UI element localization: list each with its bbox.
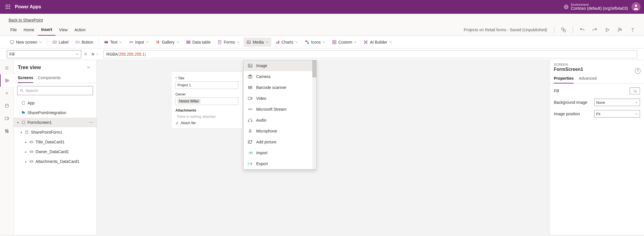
- chevron-right-icon[interactable]: ▸: [24, 150, 27, 153]
- button-button[interactable]: Button: [72, 38, 96, 47]
- svg-rect-67: [5, 79, 7, 80]
- close-icon[interactable]: [84, 63, 93, 72]
- label-button[interactable]: Label: [50, 38, 71, 47]
- app-launcher-icon[interactable]: [2, 0, 14, 14]
- media-item-add-picture[interactable]: Add picture: [244, 136, 316, 147]
- menu-action[interactable]: Action: [71, 24, 89, 36]
- fx-button[interactable]: fx: [90, 50, 100, 58]
- media-item-stream[interactable]: Microsoft Stream: [244, 104, 316, 115]
- media-item-audio[interactable]: Audio: [244, 115, 316, 126]
- icons-button[interactable]: Icons: [302, 38, 328, 47]
- form-icon: [25, 130, 29, 134]
- help-toggle-icon[interactable]: ?: [635, 68, 641, 74]
- chevron-down-icon[interactable]: ▾: [19, 131, 23, 134]
- new-screen-label: New screen: [16, 40, 37, 44]
- screen-icon: [10, 40, 14, 44]
- media-item-export[interactable]: Export: [244, 158, 316, 169]
- tree-search-input[interactable]: Search: [17, 86, 93, 95]
- rail-insert-icon[interactable]: [0, 87, 14, 100]
- data-table-button[interactable]: Data table: [183, 38, 214, 47]
- rail-media-icon[interactable]: [0, 112, 14, 125]
- gallery-button[interactable]: Gallery: [153, 38, 182, 47]
- formula-input[interactable]: RGBA(255, 255, 255, 1): [103, 50, 637, 58]
- redo-icon[interactable]: [590, 25, 599, 34]
- menu-file[interactable]: File: [7, 24, 20, 36]
- media-item-camera[interactable]: Camera: [244, 71, 316, 82]
- menu-bar: File Home Insert View Action Projects on…: [7, 24, 637, 36]
- title-field-input[interactable]: Project 1: [175, 81, 238, 89]
- media-item-microphone[interactable]: Microphone: [244, 126, 316, 136]
- tree-node-sharepoint-integration[interactable]: S SharePointIntegration: [14, 108, 96, 118]
- dropdown-scrollbar[interactable]: [312, 60, 316, 169]
- forms-button[interactable]: Forms: [215, 38, 243, 47]
- tree: App S SharePointIntegration ▾ FormScreen…: [14, 98, 96, 235]
- menu-view[interactable]: View: [56, 24, 71, 36]
- owner-field-input[interactable]: Nestor Wilke: [175, 97, 238, 105]
- tree-node-title-datacard[interactable]: ▸ Title_DataCard1: [14, 137, 96, 147]
- prop-image-position-label: Image position: [554, 112, 580, 116]
- undo-icon[interactable]: [578, 25, 587, 34]
- attachments-field-label: Attachments: [175, 108, 238, 112]
- properties-panel: ? SCREEN FormScreen1 Properties Advanced…: [550, 60, 644, 235]
- rail-data-icon[interactable]: [0, 100, 14, 112]
- svg-rect-101: [249, 75, 251, 76]
- tab-properties[interactable]: Properties: [554, 74, 574, 83]
- rail-tree-view-icon[interactable]: [0, 74, 14, 87]
- more-icon[interactable]: ⋯: [88, 120, 94, 125]
- svg-rect-3: [6, 6, 7, 7]
- chevron-down-icon[interactable]: ▾: [16, 121, 19, 124]
- tab-components[interactable]: Components: [38, 73, 60, 83]
- bg-image-select[interactable]: None: [594, 99, 640, 106]
- new-screen-button[interactable]: New screen: [7, 38, 45, 47]
- canvas[interactable]: *Title Project 1 Owner Nestor Wilke Atta…: [97, 60, 550, 235]
- svg-rect-82: [22, 102, 25, 105]
- image-position-select[interactable]: Fit: [594, 110, 640, 118]
- datacard-icon: [29, 159, 34, 164]
- svg-rect-73: [5, 117, 8, 120]
- svg-rect-45: [276, 42, 277, 44]
- user-avatar[interactable]: [631, 2, 641, 11]
- menu-insert[interactable]: Insert: [38, 24, 56, 36]
- tab-advanced[interactable]: Advanced: [579, 74, 596, 83]
- person-icon: [633, 3, 639, 10]
- text-button[interactable]: Abc Text: [101, 38, 125, 47]
- tree-view-title: Tree view: [18, 65, 41, 71]
- property-selector[interactable]: Fill: [7, 50, 81, 58]
- share-icon[interactable]: [615, 25, 625, 34]
- media-item-image[interactable]: Image: [244, 60, 316, 71]
- datacard-icon: [29, 140, 34, 144]
- input-button[interactable]: Input: [126, 38, 151, 47]
- menu-home[interactable]: Home: [20, 24, 38, 36]
- app-checker-icon[interactable]: [559, 25, 568, 34]
- rail-hamburger-icon[interactable]: [0, 62, 14, 74]
- help-icon[interactable]: [628, 25, 637, 34]
- chevron-right-icon[interactable]: ▸: [24, 141, 27, 144]
- chevron-down-icon: [76, 53, 79, 56]
- rail-advanced-tools-icon[interactable]: [0, 125, 14, 137]
- tree-node-formscreen[interactable]: ▾ FormScreen1 ⋯: [14, 118, 96, 127]
- tree-node-sharepointform[interactable]: ▾ SharePointForm1: [14, 127, 96, 137]
- tab-screens[interactable]: Screens: [18, 73, 33, 83]
- tree-node-owner-datacard[interactable]: ▸ Owner_DataCard1: [14, 147, 96, 157]
- tree-node-attachments-datacard[interactable]: ▸ Attachments_DataCard1: [14, 157, 96, 166]
- svg-rect-24: [76, 41, 79, 43]
- media-button[interactable]: Media: [244, 38, 271, 47]
- chevron-right-icon[interactable]: ▸: [24, 160, 27, 163]
- title-field-label: *Title: [175, 76, 238, 80]
- label-label: Label: [59, 40, 68, 44]
- media-item-video[interactable]: Video: [244, 93, 316, 104]
- attach-file-link[interactable]: Attach file: [175, 121, 238, 125]
- charts-button[interactable]: Charts: [272, 38, 301, 47]
- environment-picker[interactable]: Environment Contoso (default) (org2efb4a…: [564, 3, 628, 11]
- tree-node-app[interactable]: App: [14, 98, 96, 108]
- media-item-barcode[interactable]: Barcode scanner: [244, 82, 316, 93]
- icons-label: Icons: [311, 40, 321, 44]
- back-to-sharepoint-link[interactable]: Back to SharePoint: [7, 15, 43, 24]
- svg-rect-113: [248, 141, 251, 144]
- play-icon[interactable]: [603, 25, 612, 34]
- fill-color-swatch[interactable]: [630, 87, 640, 94]
- custom-button[interactable]: Custom: [329, 38, 359, 47]
- forms-label: Forms: [224, 40, 235, 44]
- media-item-import[interactable]: Import: [244, 147, 316, 158]
- ai-builder-button[interactable]: AI Builder: [361, 38, 395, 47]
